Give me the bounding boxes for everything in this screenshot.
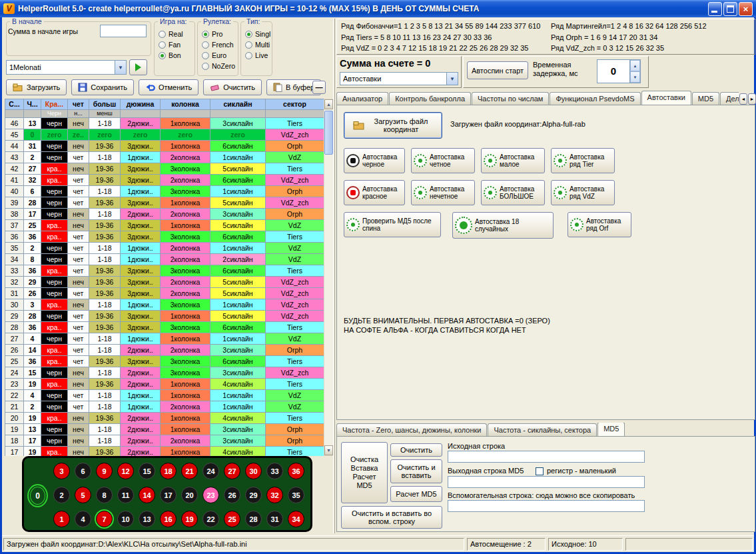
spin-row[interactable]: 4613черннеч1-182дюжи..1колонка3сиклайнTi… xyxy=(5,118,324,129)
play-button[interactable] xyxy=(129,59,147,75)
board-number-16[interactable]: 16 xyxy=(160,511,177,527)
combo-dropdown-icon[interactable]: ▼ xyxy=(115,61,126,74)
board-number-12[interactable]: 12 xyxy=(117,463,134,479)
bet-small-button[interactable]: Автоставка малое xyxy=(481,148,545,173)
tab-делени[interactable]: Делени xyxy=(720,92,739,105)
load-button[interactable]: Загрузить xyxy=(6,79,67,95)
board-number-26[interactable]: 26 xyxy=(224,487,240,503)
tab-scroll-right-icon[interactable]: ► xyxy=(748,93,756,105)
spin-row[interactable]: 212чернчет1-181дюжи..2колонка1сиклайнVdZ xyxy=(5,401,324,413)
spin-row[interactable]: 4431черннеч19-363дюжи..1колонка6сиклайнO… xyxy=(5,141,324,152)
tab-scroll-left-icon[interactable]: ◄ xyxy=(739,93,747,105)
radio-game-bon[interactable]: Bon xyxy=(159,50,193,61)
spin-row[interactable]: 1719кра..неч19-362дюжи..1колонка4сиклайн… xyxy=(5,447,324,457)
radio-type-multi[interactable]: Multi xyxy=(245,39,270,50)
board-number-14[interactable]: 14 xyxy=(139,487,155,503)
board-number-7[interactable]: 7 xyxy=(96,511,113,527)
board-number-17[interactable]: 17 xyxy=(160,487,177,503)
board-number-30[interactable]: 30 xyxy=(245,463,262,479)
spin-row[interactable]: 450zeroze..zerozerozerozeroVdZ_zch xyxy=(5,129,324,141)
start-sum-input[interactable] xyxy=(100,25,147,37)
tab-автоставки[interactable]: Автоставки xyxy=(641,91,691,105)
tab-частота-сиклайны-сектора[interactable]: Частота - сиклайны, сектора xyxy=(488,423,597,436)
board-number-9[interactable]: 9 xyxy=(96,463,113,479)
spin-row[interactable]: 2415черннеч1-182дюжи..3колонка3сиклайнVd… xyxy=(5,367,324,379)
board-number-6[interactable]: 6 xyxy=(75,463,91,479)
scroll-up-icon[interactable]: ▲ xyxy=(324,99,333,109)
spin-row[interactable]: 3126чернчет19-363дюжи..2колонка5сиклайнV… xyxy=(5,288,324,299)
tab-md5[interactable]: MD5 xyxy=(597,423,625,436)
table-scrollbar[interactable]: ▲ ▼ xyxy=(324,99,334,456)
delay-spinner[interactable]: 0 ▲ ▼ xyxy=(597,59,641,83)
bet-orf-row-button[interactable]: Автоставка ряд Orf xyxy=(567,212,631,237)
spin-row[interactable]: 1913черннеч1-182дюжи..1колонка3сиклайнOr… xyxy=(5,424,324,435)
source-string-input[interactable] xyxy=(448,451,645,463)
autospin-start-button[interactable]: Автоспин старт xyxy=(467,61,528,79)
board-number-27[interactable]: 27 xyxy=(224,463,240,479)
radio-roulette-nozero[interactable]: NoZero xyxy=(202,61,236,71)
column-header-2[interactable]: Ч... xyxy=(24,99,41,110)
board-number-29[interactable]: 29 xyxy=(245,487,262,503)
tab-функционал-psevdoms[interactable]: Функционал PsevdoMS xyxy=(550,92,640,105)
spin-row[interactable]: 3817черннеч1-182дюжи..2колонка3сиклайнOr… xyxy=(5,209,324,220)
autobets-combo[interactable]: Автоставки ▼ xyxy=(340,72,458,85)
board-number-0[interactable]: 0 xyxy=(27,484,48,507)
radio-roulette-euro[interactable]: Euro xyxy=(202,50,236,61)
spin-row[interactable]: 2019кра..неч19-362дюжи..1колонка4сиклайн… xyxy=(5,413,324,424)
md5-calc-button[interactable]: Расчет MD5 xyxy=(390,486,442,502)
spin-row[interactable]: 3725кра..неч19-363дюжи..1колонка5сиклайн… xyxy=(5,220,324,231)
bet-even-button[interactable]: Автоставка четное xyxy=(411,148,475,173)
board-number-8[interactable]: 8 xyxy=(96,487,113,503)
radio-roulette-pro[interactable]: Pro xyxy=(202,29,236,39)
board-number-24[interactable]: 24 xyxy=(202,463,219,479)
column-header-5[interactable]: больш xyxy=(89,99,121,110)
board-number-15[interactable]: 15 xyxy=(139,463,155,479)
close-button[interactable]: × xyxy=(739,2,753,16)
board-number-33[interactable]: 33 xyxy=(266,463,283,479)
spin-row[interactable]: 348чернчет1-181дюжи..2колонка2сиклайнVdZ xyxy=(5,254,324,265)
md5-clear-button[interactable]: Очистить xyxy=(390,443,442,457)
spin-row[interactable]: 274чернчет1-181дюжи..1колонка1сиклайнVdZ xyxy=(5,333,324,345)
spin-row[interactable]: 2319кра..неч19-362дюжи..1колонка4сиклайн… xyxy=(5,379,324,390)
spin-row[interactable]: 1817черннеч1-182дюжи..2колонка3сиклайнOr… xyxy=(5,435,324,447)
minimize-button[interactable] xyxy=(708,2,722,16)
spin-row[interactable]: 406чернчет1-181дюжи..3колонка1сиклайнOrp… xyxy=(5,186,324,197)
spin-row[interactable]: 2928чернчет19-363дюжи..1колонка5сиклайнV… xyxy=(5,311,324,322)
board-number-31[interactable]: 31 xyxy=(266,511,283,527)
board-number-18[interactable]: 18 xyxy=(160,463,177,479)
bet-big-button[interactable]: Автоставка БОЛЬШОЕ xyxy=(481,180,545,205)
spin-row[interactable]: 224чернчет1-181дюжи..1колонка1сиклайнVdZ xyxy=(5,390,324,401)
tab-частоты-по-числам[interactable]: Частоты по числам xyxy=(472,92,549,105)
tab-частота-zero-шансы-дюжины-колонки[interactable]: Частота - Zero, шансы, дюжины, колонки xyxy=(336,423,487,436)
spinner-down-icon[interactable]: ▼ xyxy=(630,71,640,83)
tab-контроль-банкролла[interactable]: Контроль банкролла xyxy=(389,92,471,105)
tab-анализатор[interactable]: Анализатор xyxy=(336,92,388,105)
spin-row[interactable]: 3928чернчет19-363дюжи..1колонка5сиклайнV… xyxy=(5,197,324,209)
board-number-34[interactable]: 34 xyxy=(288,511,304,527)
spin-row[interactable]: 2614кра..чет1-182дюжи..2колонка3сиклайнO… xyxy=(5,345,324,356)
column-header-1[interactable]: С... xyxy=(5,99,24,110)
scrollbar-thumb[interactable] xyxy=(324,111,333,155)
column-header-9[interactable]: сектор xyxy=(266,99,324,110)
spin-row[interactable]: 2536кра..чет19-363дюжи..3колонка6сиклайн… xyxy=(5,356,324,367)
md5-combo-button[interactable]: Очистка Вставка Расчет MD5 xyxy=(341,442,388,503)
column-header-7[interactable]: колонка xyxy=(161,99,210,110)
board-number-28[interactable]: 28 xyxy=(245,511,262,527)
undo-button[interactable]: Отменить xyxy=(139,79,198,95)
maximize-button[interactable] xyxy=(723,2,737,16)
spin-row[interactable]: 3229черннеч19-363дюжи..2колонка5сиклайнV… xyxy=(5,277,324,288)
check-md5-after-spin-button[interactable]: Проверить МД5 после спина xyxy=(344,212,441,237)
radio-game-fan[interactable]: Fan xyxy=(159,39,193,50)
board-number-4[interactable]: 4 xyxy=(75,511,91,527)
clear-button[interactable]: Очистить xyxy=(203,79,262,95)
board-number-32[interactable]: 32 xyxy=(266,487,283,503)
md5-clear-insert-aux-button[interactable]: Очистить и вставить во вспом. строку xyxy=(341,506,442,529)
md5-clear-insert-button[interactable]: Очистить и вставить xyxy=(390,459,442,483)
board-number-19[interactable]: 19 xyxy=(181,511,198,527)
board-number-35[interactable]: 35 xyxy=(288,487,304,503)
tab-md5[interactable]: MD5 xyxy=(692,92,719,105)
board-number-1[interactable]: 1 xyxy=(53,511,70,527)
spin-row[interactable]: 4227кра..неч19-363дюжи..3колонка5сиклайн… xyxy=(5,163,324,175)
column-header-8[interactable]: сиклайн xyxy=(210,99,266,110)
board-number-20[interactable]: 20 xyxy=(181,487,198,503)
